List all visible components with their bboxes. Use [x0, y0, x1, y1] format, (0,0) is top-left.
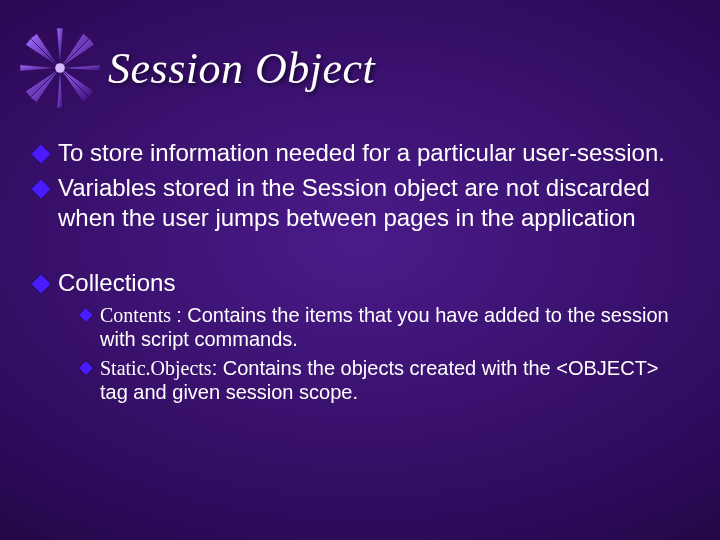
diamond-bullet-icon	[78, 307, 94, 323]
slide-body: To store information needed for a partic…	[30, 138, 680, 409]
svg-marker-15	[31, 274, 51, 294]
bullet-text: Collections	[58, 268, 175, 297]
code-span: Contents	[100, 304, 176, 326]
text-span: : Contains the items that you have added…	[100, 304, 669, 350]
bullet-text: Variables stored in the Session object a…	[58, 173, 680, 232]
svg-marker-16	[79, 308, 93, 322]
svg-marker-0	[57, 28, 63, 68]
sub-bullet-item: Contents : Contains the items that you h…	[78, 303, 680, 352]
bullet-item: Variables stored in the Session object a…	[30, 173, 680, 232]
sub-bullet-item: Static.Objects: Contains the objects cre…	[78, 356, 680, 405]
bullet-item: Collections	[30, 268, 680, 297]
svg-marker-17	[79, 361, 93, 375]
diamond-bullet-icon	[30, 143, 52, 165]
svg-point-12	[55, 63, 65, 73]
slide-title: Session Object	[108, 43, 375, 94]
sub-bullet-text: Contents : Contains the items that you h…	[100, 303, 680, 352]
title-row: Session Object	[20, 28, 700, 108]
spacer	[30, 238, 680, 268]
svg-marker-13	[31, 144, 51, 164]
bullet-text: To store information needed for a partic…	[58, 138, 665, 167]
svg-marker-3	[60, 65, 100, 71]
code-span: Static.Objects	[100, 357, 212, 379]
sub-bullet-text: Static.Objects: Contains the objects cre…	[100, 356, 680, 405]
bullet-item: To store information needed for a partic…	[30, 138, 680, 167]
sub-bullets: Contents : Contains the items that you h…	[78, 303, 680, 405]
diamond-bullet-icon	[78, 360, 94, 376]
slide: Session Object To store information need…	[0, 0, 720, 540]
diamond-bullet-icon	[30, 178, 52, 200]
svg-marker-2	[20, 65, 60, 71]
svg-marker-14	[31, 179, 51, 199]
svg-marker-1	[57, 68, 63, 108]
starburst-icon	[20, 28, 100, 108]
diamond-bullet-icon	[30, 273, 52, 295]
